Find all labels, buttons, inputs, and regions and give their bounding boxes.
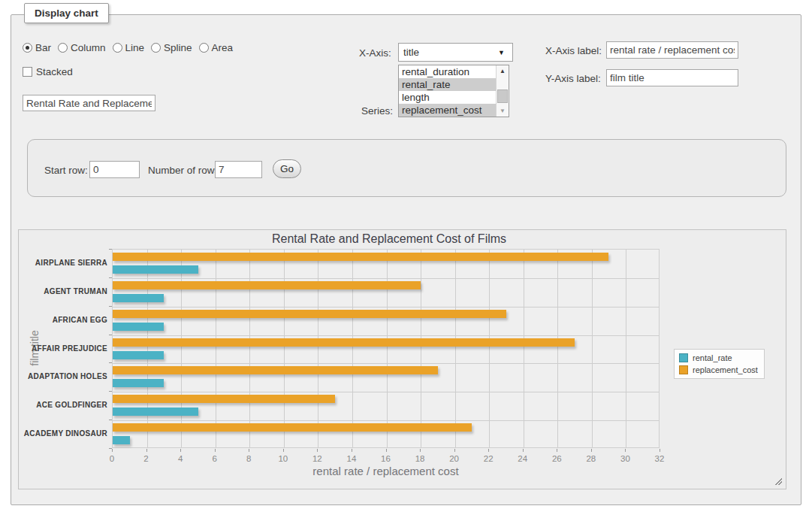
chart-title: Rental Rate and Replacement Cost of Film… xyxy=(19,232,759,246)
stacked-label: Stacked xyxy=(36,66,73,77)
bar-replacement_cost[interactable] xyxy=(113,338,575,347)
listbox-scrollbar[interactable]: ▲ ▼ xyxy=(496,65,509,117)
x-tick-mark xyxy=(352,449,352,452)
y-tick-mark xyxy=(109,306,112,307)
x-axis-label-input[interactable] xyxy=(606,41,738,59)
gridline-vertical xyxy=(626,250,626,447)
gridline-vertical xyxy=(249,250,250,447)
x-axis-select-label: X-Axis: xyxy=(359,47,391,59)
y-axis-label-field-label: Y-Axis label: xyxy=(545,73,601,84)
category-label: AFFAIR PREJUDICE xyxy=(19,344,107,353)
x-axis-title: rental rate / replacement cost xyxy=(112,465,660,477)
gridline-vertical xyxy=(557,250,558,447)
chart-title-input[interactable] xyxy=(23,95,155,111)
x-tick-mark xyxy=(523,449,524,452)
bar-replacement_cost[interactable] xyxy=(113,281,421,289)
x-axis-label-field-label: X-Axis label: xyxy=(545,45,602,56)
bar-replacement_cost[interactable] xyxy=(113,310,506,318)
gridline-vertical xyxy=(455,250,456,447)
radio-icon[interactable] xyxy=(58,43,68,53)
chart-type-option-line[interactable]: Line xyxy=(113,42,145,53)
category-label: ACE GOLDFINGER xyxy=(19,401,107,409)
number-of-rows-input[interactable] xyxy=(215,161,262,178)
radio-icon[interactable] xyxy=(151,43,161,53)
series-listbox[interactable]: rental_durationrental_ratelengthreplacem… xyxy=(398,65,509,117)
x-tick-label: 0 xyxy=(101,454,123,463)
series-option-rental_duration[interactable]: rental_duration xyxy=(399,65,496,78)
page: Display chart BarColumnLineSplineArea St… xyxy=(0,0,812,512)
x-tick-label: 28 xyxy=(580,454,602,463)
x-tick-mark xyxy=(591,449,592,452)
y-tick-mark xyxy=(109,335,112,335)
radio-icon[interactable] xyxy=(113,43,122,53)
radio-label: Column xyxy=(71,42,106,53)
bar-rental_rate[interactable] xyxy=(113,265,198,274)
x-tick-mark xyxy=(660,449,660,452)
fieldset-legend: Display chart xyxy=(24,3,109,23)
x-tick-mark xyxy=(557,449,557,452)
x-tick-label: 4 xyxy=(169,454,192,463)
plot-grid xyxy=(112,249,660,448)
bar-rental_rate[interactable] xyxy=(113,323,164,331)
chart-type-radio-group: BarColumnLineSplineArea xyxy=(23,42,233,53)
bar-replacement_cost[interactable] xyxy=(113,366,438,374)
category-label: ADAPTATION HOLES xyxy=(19,372,107,380)
stacked-checkbox[interactable]: Stacked xyxy=(23,66,73,77)
x-tick-mark xyxy=(625,449,626,452)
gridline-vertical xyxy=(318,250,318,447)
chart-type-option-column[interactable]: Column xyxy=(58,42,106,53)
series-option-replacement_cost[interactable]: replacement_cost xyxy=(399,104,496,117)
bar-replacement_cost[interactable] xyxy=(113,395,335,403)
gridline-horizontal xyxy=(113,392,659,392)
legend-swatch-icon xyxy=(679,365,688,374)
bar-rental_rate[interactable] xyxy=(113,436,130,444)
gridline-vertical xyxy=(147,250,148,447)
y-tick-mark xyxy=(109,391,112,392)
x-tick-mark xyxy=(215,449,216,452)
checkbox-icon[interactable] xyxy=(23,67,32,77)
x-tick-label: 14 xyxy=(340,454,363,463)
x-tick-label: 12 xyxy=(306,454,328,463)
series-option-rental_rate[interactable]: rental_rate xyxy=(399,78,496,91)
gridline-vertical xyxy=(592,250,593,447)
x-tick-mark xyxy=(420,449,421,452)
scroll-down-icon[interactable]: ▼ xyxy=(497,105,509,117)
x-tick-mark xyxy=(112,449,113,452)
chart-type-option-spline[interactable]: Spline xyxy=(151,42,192,53)
gridline-vertical xyxy=(489,250,490,447)
gridline-vertical xyxy=(352,250,353,447)
chart-type-option-area[interactable]: Area xyxy=(199,42,234,53)
row-range-panel: Start row: Number of rows: Go xyxy=(27,139,786,197)
resize-handle-icon[interactable] xyxy=(774,477,782,485)
series-option-length[interactable]: length xyxy=(399,91,496,104)
bar-rental_rate[interactable] xyxy=(113,351,164,359)
scroll-up-icon[interactable]: ▲ xyxy=(497,65,509,77)
bar-replacement_cost[interactable] xyxy=(113,253,608,261)
x-tick-label: 30 xyxy=(614,454,636,463)
legend-item-replacement_cost: replacement_cost xyxy=(679,365,758,374)
radio-icon[interactable] xyxy=(199,43,209,53)
x-tick-label: 16 xyxy=(375,454,397,463)
gridline-vertical xyxy=(284,250,285,447)
x-tick-mark xyxy=(317,449,318,452)
bar-rental_rate[interactable] xyxy=(113,294,164,302)
legend-swatch-icon xyxy=(679,353,688,362)
x-tick-label: 8 xyxy=(237,454,260,463)
go-button[interactable]: Go xyxy=(273,159,301,178)
x-tick-mark xyxy=(249,449,249,452)
legend-label: replacement_cost xyxy=(693,365,758,374)
x-axis-select[interactable]: title ▼ xyxy=(398,43,513,62)
y-axis-label-input[interactable] xyxy=(606,69,738,86)
scrollbar-thumb[interactable] xyxy=(497,89,508,103)
bar-rental_rate[interactable] xyxy=(113,379,164,387)
gridline-vertical xyxy=(524,250,524,447)
chart-type-option-bar[interactable]: Bar xyxy=(23,42,51,53)
gridline-vertical xyxy=(181,250,182,447)
start-row-input[interactable] xyxy=(89,161,140,178)
radio-icon[interactable] xyxy=(23,43,32,53)
bar-replacement_cost[interactable] xyxy=(113,423,472,432)
radio-label: Line xyxy=(125,42,145,53)
x-tick-label: 24 xyxy=(512,454,534,463)
bar-rental_rate[interactable] xyxy=(113,407,198,416)
x-tick-label: 6 xyxy=(204,454,226,463)
